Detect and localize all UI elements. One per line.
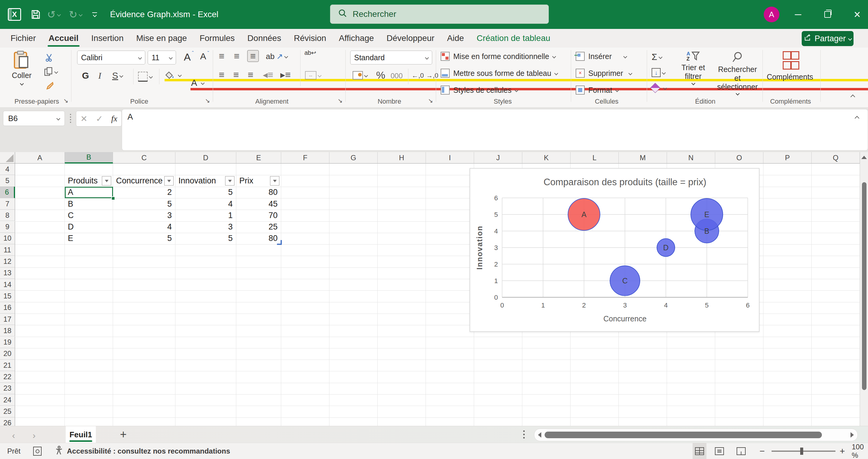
column-header-J[interactable]: J (474, 152, 522, 164)
row-header-17[interactable]: 17 (0, 314, 15, 325)
row-header-25[interactable]: 25 (0, 406, 15, 417)
table-cell[interactable]: 5 (113, 198, 176, 209)
sort-filter-button[interactable]: AZ Trier et filtrer (674, 51, 712, 85)
column-header-F[interactable]: F (281, 152, 330, 164)
column-header-G[interactable]: G (330, 152, 378, 164)
restore-button[interactable] (818, 0, 837, 29)
table-cell[interactable]: 80 (236, 187, 281, 198)
column-header-O[interactable]: O (715, 152, 764, 164)
row-header-20[interactable]: 20 (0, 348, 15, 360)
column-header-H[interactable]: H (378, 152, 426, 164)
minimize-button[interactable]: ─ (789, 0, 807, 29)
column-header-L[interactable]: L (570, 152, 619, 164)
table-cell[interactable]: E (65, 233, 113, 244)
tab-d-veloppeur[interactable]: Développeur (380, 29, 441, 47)
prev-sheet-icon[interactable]: ‹ (12, 430, 15, 440)
row-header-21[interactable]: 21 (0, 360, 15, 371)
zoom-slider-track[interactable] (772, 451, 835, 452)
accounting-format-icon[interactable] (352, 71, 367, 79)
row-header-24[interactable]: 24 (0, 394, 15, 406)
wrap-text-icon[interactable]: ab↩ (304, 50, 317, 56)
column-header-I[interactable]: I (426, 152, 474, 164)
view-page-layout-button[interactable] (715, 443, 724, 459)
excel-logo-icon[interactable]: X (5, 0, 24, 29)
percent-icon[interactable]: % (376, 69, 385, 81)
row-header-11[interactable]: 11 (0, 244, 15, 256)
table-cell[interactable]: C (65, 209, 113, 221)
close-button[interactable]: × (848, 0, 866, 29)
macro-record-icon[interactable] (33, 443, 41, 459)
align-top-icon[interactable]: ≡ (219, 51, 224, 61)
row-header-26[interactable]: 26 (0, 418, 15, 426)
scroll-left-icon[interactable] (538, 432, 541, 438)
name-box[interactable]: B6 (3, 111, 65, 126)
table-cell[interactable]: B (65, 198, 113, 209)
redo-icon[interactable]: ↻ (67, 0, 84, 29)
tab-affichage[interactable]: Affichage (333, 29, 380, 47)
bubble-chart[interactable]: Comparaison des produits (taille = prix)… (470, 168, 760, 332)
table-cell[interactable]: 3 (113, 209, 176, 221)
view-page-break-button[interactable] (737, 443, 746, 459)
row-header-12[interactable]: 12 (0, 256, 15, 267)
column-header-P[interactable]: P (764, 152, 812, 164)
table-cell[interactable]: 5 (176, 187, 236, 198)
horizontal-scrollbar[interactable] (534, 429, 858, 441)
table-cell[interactable]: 4 (176, 198, 236, 209)
increase-font-icon[interactable]: Aˆ (184, 51, 194, 63)
row-header-16[interactable]: 16 (0, 302, 15, 314)
addins-button[interactable]: Compléments (770, 51, 809, 81)
row-header-7[interactable]: 7 (0, 198, 15, 209)
row-header-8[interactable]: 8 (0, 209, 15, 221)
column-header-B[interactable]: B (65, 152, 113, 164)
zoom-in-button[interactable]: + (840, 443, 845, 459)
font-dialog-launcher[interactable]: ↘ (205, 97, 210, 104)
tab-cr-ation-de-tableau[interactable]: Création de tableau (470, 29, 556, 47)
row-header-6[interactable]: 6 (0, 187, 15, 198)
column-header-Q[interactable]: Q (812, 152, 860, 164)
align-middle-icon[interactable]: ≡ (234, 51, 240, 61)
font-family-select[interactable]: Calibri (77, 51, 145, 64)
delete-cells-button[interactable]: × Supprimer (576, 69, 632, 78)
next-sheet-icon[interactable]: › (33, 430, 36, 440)
tab-donn-es[interactable]: Données (241, 29, 287, 47)
cell-styles-button[interactable]: Styles de cellules (441, 86, 518, 95)
clipboard-dialog-launcher[interactable]: ↘ (63, 97, 68, 104)
view-normal-button[interactable] (692, 443, 707, 459)
row-header-14[interactable]: 14 (0, 279, 15, 290)
column-header-C[interactable]: C (113, 152, 176, 164)
borders-icon[interactable] (138, 72, 152, 81)
align-right-icon[interactable]: ≡ (248, 70, 253, 79)
zoom-out-button[interactable]: − (760, 443, 765, 459)
tab-formules[interactable]: Formules (193, 29, 241, 47)
filter-dropdown-icon[interactable] (102, 176, 111, 186)
tab-r-vision[interactable]: Révision (287, 29, 333, 47)
paste-button[interactable]: Coller (7, 51, 37, 85)
tab-mise-en-page[interactable]: Mise en page (130, 29, 193, 47)
select-all-corner[interactable] (0, 152, 15, 164)
insert-cells-button[interactable]: Insérer (576, 52, 627, 61)
table-cell[interactable]: 5 (113, 233, 176, 244)
decrease-decimal-icon[interactable]: →,0 (426, 72, 438, 79)
sheet-tab-feuil1[interactable]: Feuil1 (66, 426, 96, 443)
cancel-icon[interactable]: ✕ (81, 114, 87, 124)
bold-button[interactable]: G (82, 70, 89, 81)
orientation-icon[interactable]: ab↗ (266, 52, 287, 61)
increase-decimal-icon[interactable]: ←,0 (412, 72, 424, 79)
italic-button[interactable]: I (98, 70, 101, 81)
filter-dropdown-icon[interactable] (164, 176, 174, 186)
underline-button[interactable]: S (112, 70, 123, 81)
tab-accueil[interactable]: Accueil (42, 29, 85, 47)
row-header-15[interactable]: 15 (0, 290, 15, 302)
increase-indent-icon[interactable]: ▸≡ (280, 70, 291, 79)
row-header-22[interactable]: 22 (0, 371, 15, 383)
search-input[interactable]: Rechercher (330, 4, 549, 24)
align-center-icon[interactable]: ≡ (233, 70, 239, 79)
save-icon[interactable] (27, 0, 44, 29)
decrease-indent-icon[interactable]: ◂≡ (263, 70, 273, 79)
enter-icon[interactable]: ✓ (96, 114, 103, 124)
undo-icon[interactable]: ↺ (45, 0, 62, 29)
avatar[interactable]: A (764, 7, 779, 22)
sheet-options-icon[interactable] (523, 430, 525, 438)
row-header-4[interactable]: 4 (0, 164, 15, 175)
scroll-right-icon[interactable] (850, 432, 854, 438)
